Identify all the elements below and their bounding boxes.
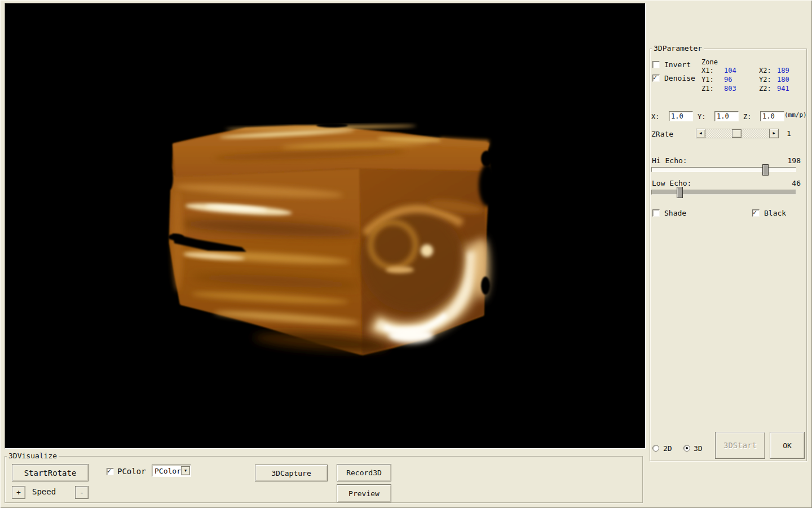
hi-echo-slider-track[interactable] [651,167,796,172]
pcolor-checkbox[interactable]: ✓ [107,468,114,475]
radio-dot-icon [686,447,688,449]
shade-label: Shade [664,209,686,217]
pcolor-checkbox-label: PColor [117,467,146,476]
spacing-y-label: Y: [698,113,705,121]
zrate-label: ZRate [651,130,673,138]
zone-title: Zone [701,58,718,66]
mode-3d-label: 3D [694,444,703,453]
check-icon: ✓ [753,209,759,216]
zone-z2-value: 941 [777,85,789,93]
scroll-left-arrow-icon[interactable]: ◀ [696,129,705,138]
ok-button[interactable]: OK [770,432,805,459]
zone-y2-value: 180 [777,76,789,84]
3dcapture-button[interactable]: 3DCapture [255,465,328,481]
black-checkbox[interactable]: ✓ [752,209,760,217]
spacing-z-label: Z: [743,113,751,121]
dropdown-arrow-icon[interactable]: ▼ [181,466,190,475]
spacing-x-label: X: [651,113,659,121]
low-echo-value: 46 [781,179,801,187]
denoise-checkbox[interactable]: ✓ [652,75,660,82]
pcolor-dropdown-value: PColor [152,467,181,475]
zone-x1-label: X1: [701,67,714,75]
zrate-scrollbar: ◀ ▶ [696,129,779,138]
parameter-group-title: 3DParameter [652,45,704,52]
visualize-group-title: 3DVisualize [7,452,59,460]
preview-button[interactable]: Preview [337,484,391,502]
zone-y1-value: 96 [724,76,732,84]
hi-echo-value: 198 [781,156,801,165]
mode-2d-radio[interactable] [652,445,659,452]
zrate-scroll-track[interactable] [705,129,769,138]
zrate-value: 1 [787,129,791,138]
check-icon: ✓ [107,468,113,474]
mode-2d-label: 2D [663,444,672,453]
3dstart-button[interactable]: 3DStart [715,432,765,459]
zone-z1-label: Z1: [701,85,714,93]
invert-label: Invert [664,60,691,69]
zone-x2-label: X2: [759,67,771,75]
low-echo-slider-track[interactable] [651,190,796,195]
zone-y2-label: Y2: [759,76,771,84]
check-icon: ✓ [653,75,659,81]
speed-label: Speed [32,488,56,496]
low-echo-label: Low Echo: [652,179,691,187]
zone-x1-value: 104 [724,67,736,75]
app-window: { "window": { "background": "#ece9d8", "… [0,0,812,508]
parameter-groupbox [650,49,807,461]
volume-render-3d [5,3,645,448]
low-echo-slider-thumb[interactable] [677,187,683,198]
zone-x2-value: 189 [777,67,789,75]
hi-echo-label: Hi Echo: [652,156,687,165]
zrate-scroll-thumb[interactable] [732,129,742,138]
spacing-unit-label: (mm/p) [784,111,807,119]
mode-3d-radio[interactable] [683,445,690,452]
denoise-label: Denoise [664,74,695,82]
spacing-y-input[interactable] [714,111,739,121]
black-label: Black [764,209,786,217]
pcolor-dropdown[interactable]: PColor ▼ [152,465,191,477]
render-viewport[interactable] [5,3,646,449]
zone-z1-value: 803 [724,85,736,93]
hi-echo-slider-thumb[interactable] [762,164,769,176]
scroll-right-arrow-icon[interactable]: ▶ [769,129,779,138]
speed-minus-button[interactable]: - [75,486,89,499]
record3d-button[interactable]: Record3D [337,464,391,481]
spacing-z-input[interactable] [760,111,784,121]
speed-plus-button[interactable]: + [12,486,25,499]
zone-y1-label: Y1: [701,76,714,84]
invert-checkbox[interactable]: ✓ [652,61,660,68]
spacing-x-input[interactable] [669,111,693,121]
start-rotate-button[interactable]: StartRotate [12,464,89,481]
zone-z2-label: Z2: [759,85,771,93]
shade-checkbox[interactable]: ✓ [652,209,660,217]
